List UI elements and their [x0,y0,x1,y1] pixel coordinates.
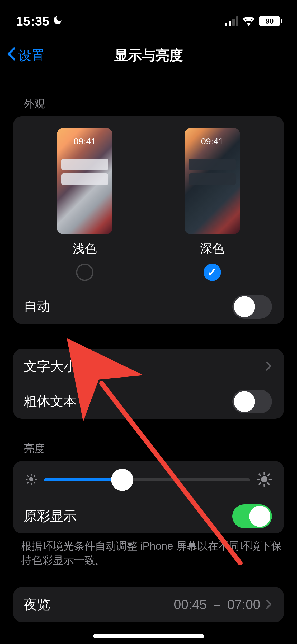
auto-label: 自动 [24,298,50,315]
bold-text-row: 粗体文本 [24,384,284,419]
text-group: 文字大小 粗体文本 [13,349,284,419]
status-left: 15:35 [16,14,63,29]
auto-toggle[interactable] [232,295,272,319]
auto-appearance-row: 自动 [13,289,284,324]
light-label: 浅色 [73,241,97,257]
bold-text-label: 粗体文本 [24,393,77,410]
bold-text-toggle[interactable] [232,390,272,413]
page-title: 显示与亮度 [0,46,297,65]
sun-high-icon [257,472,272,488]
appearance-group: 09:41 浅色 09:41 深色 自动 [13,116,284,324]
battery-pct: 90 [265,17,274,25]
nightshift-group: 夜览 00:45 － 07:00 [13,587,284,622]
nightshift-schedule: 00:45 － 07:00 [174,596,260,614]
brightness-slider-row [13,461,284,499]
svg-line-5 [27,476,28,476]
status-bar: 15:35 90 [0,0,297,37]
text-size-label: 文字大小 [24,358,77,375]
svg-line-16 [259,483,261,484]
light-radio[interactable] [76,264,93,281]
appearance-light-option[interactable]: 09:41 浅色 [57,128,112,281]
nightshift-label: 夜览 [24,596,50,614]
preview-time: 09:41 [185,136,240,146]
truetone-row: 原彩显示 [13,499,284,533]
brightness-group: 原彩显示 [13,461,284,533]
home-indicator[interactable] [93,634,204,638]
sun-low-icon [25,473,37,486]
nightshift-detail: 00:45 － 07:00 [174,596,272,614]
appearance-header: 外观 [0,74,297,116]
svg-line-6 [34,482,35,483]
dark-label: 深色 [200,241,224,257]
truetone-label: 原彩显示 [24,507,77,525]
brightness-slider[interactable] [44,478,250,481]
truetone-toggle[interactable] [232,504,272,528]
chevron-right-icon [266,597,272,612]
svg-point-9 [261,476,267,482]
appearance-dark-option[interactable]: 09:41 深色 [185,128,240,281]
chevron-right-icon [266,359,272,374]
truetone-footer: 根据环境光条件自动调整 iPhone 屏幕以在不同环境下保持色彩显示一致。 [0,533,297,567]
svg-line-8 [34,476,35,476]
dark-preview: 09:41 [185,128,240,234]
svg-line-15 [268,483,269,484]
preview-time: 09:41 [57,136,112,146]
battery-icon: 90 [259,16,282,26]
moon-icon [52,15,63,28]
svg-point-0 [29,477,33,481]
status-right: 90 [225,15,282,27]
status-time: 15:35 [16,14,50,29]
dark-radio[interactable] [204,264,221,281]
wifi-icon [242,15,255,27]
appearance-options: 09:41 浅色 09:41 深色 [13,116,284,289]
brightness-header: 亮度 [0,419,297,461]
nav-bar: 设置 显示与亮度 [0,37,297,74]
svg-line-14 [259,474,261,476]
svg-line-17 [268,474,269,476]
text-size-row[interactable]: 文字大小 [13,349,284,384]
cellular-icon [225,16,238,26]
nightshift-row[interactable]: 夜览 00:45 － 07:00 [13,587,284,622]
light-preview: 09:41 [57,128,112,234]
svg-line-7 [27,482,28,483]
